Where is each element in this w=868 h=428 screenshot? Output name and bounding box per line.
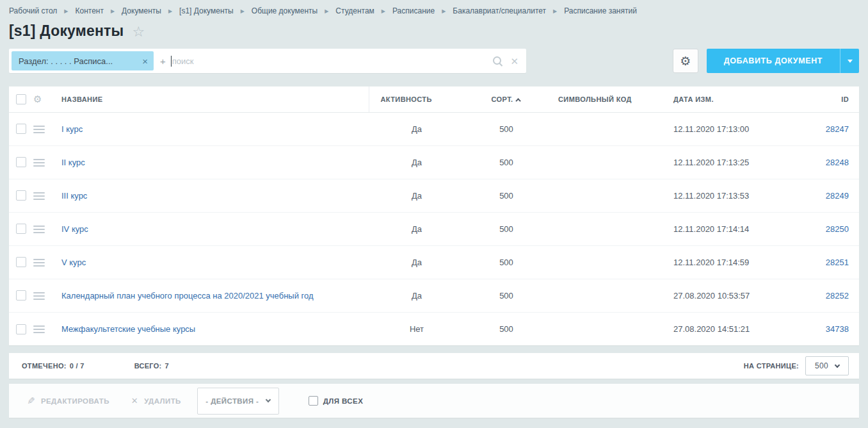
col-header-code[interactable]: СИМВОЛЬНЫЙ КОД (548, 86, 663, 112)
row-menu-icon[interactable] (33, 226, 45, 233)
row-id-link[interactable]: 28247 (826, 124, 849, 134)
row-sort-value: 500 (465, 145, 548, 179)
title-row: [s1] Документы ☆ (9, 22, 859, 40)
breadcrumb-link[interactable]: Студентам (335, 6, 374, 15)
delete-button[interactable]: ✕ УДАЛИТЬ (131, 396, 181, 406)
document-name-link[interactable]: I курс (61, 124, 83, 134)
breadcrumb-separator-icon: ▶ (553, 8, 557, 14)
filter-chip-remove-icon[interactable]: × (142, 56, 148, 66)
page-title: [s1] Документы (9, 22, 124, 40)
row-id-link[interactable]: 28249 (826, 191, 849, 201)
document-name-link[interactable]: IV курс (61, 224, 88, 234)
filter-chip[interactable]: Раздел: . . . . . Расписа... × (12, 51, 154, 70)
table-row: II курс Да 500 12.11.2020 17:13:25 28248 (9, 145, 859, 179)
documents-grid: ⚙ НАЗВАНИЕ АКТИВНОСТЬ СОРТ. СИМВОЛЬНЫЙ К… (9, 86, 859, 345)
breadcrumb-item: Расписание занятий (564, 6, 637, 15)
table-body: I курс Да 500 12.11.2020 17:13:00 28247 … (9, 112, 859, 345)
col-header-id[interactable]: ID (804, 86, 859, 112)
col-header-name[interactable]: НАЗВАНИЕ (61, 86, 369, 112)
row-menu-icon[interactable] (33, 159, 45, 167)
row-menu-icon[interactable] (33, 126, 45, 133)
row-code-value (548, 279, 663, 312)
per-page-control: НА СТРАНИЦЕ: 500 (744, 356, 849, 375)
pencil-icon: ✎ (27, 395, 35, 407)
filter-search-bar[interactable]: Раздел: . . . . . Расписа... × + ✕ (9, 49, 526, 73)
document-name-link[interactable]: III курс (61, 191, 87, 201)
breadcrumb-separator-icon: ▶ (382, 8, 385, 14)
for-all-control: ДЛЯ ВСЕХ (309, 396, 363, 406)
row-active-value: Нет (369, 312, 465, 345)
row-code-value (548, 312, 663, 345)
row-id-link[interactable]: 28252 (826, 291, 849, 300)
document-name-link[interactable]: V курс (61, 258, 86, 267)
per-page-select[interactable]: 500 (805, 356, 849, 375)
row-active-value: Да (369, 245, 465, 279)
breadcrumb-link[interactable]: Общие документы (252, 6, 317, 15)
row-sort-value: 500 (465, 112, 548, 145)
row-menu-icon[interactable] (33, 259, 45, 267)
row-id-link[interactable]: 28248 (826, 158, 849, 167)
row-active-value: Да (369, 112, 465, 145)
table-row: Межфакультетские учебные курсы Нет 500 2… (9, 312, 859, 345)
row-checkbox[interactable] (16, 157, 26, 167)
col-header-active[interactable]: АКТИВНОСТЬ (369, 86, 465, 112)
col-header-sort[interactable]: СОРТ. (465, 86, 548, 112)
row-menu-icon[interactable] (33, 192, 45, 200)
add-document-label[interactable]: ДОБАВИТЬ ДОКУМЕНТ (707, 49, 840, 73)
add-document-button[interactable]: ДОБАВИТЬ ДОКУМЕНТ (707, 49, 859, 73)
breadcrumb-item: Контент ▶ (75, 6, 122, 15)
favorite-star-icon[interactable]: ☆ (132, 25, 145, 39)
breadcrumb-separator-icon: ▶ (64, 8, 68, 14)
search-input[interactable] (172, 51, 493, 70)
add-document-dropdown[interactable] (840, 49, 859, 73)
row-code-value (548, 179, 663, 212)
actions-select[interactable]: - ДЕЙСТВИЯ - (197, 388, 279, 415)
chevron-down-icon (266, 397, 271, 402)
row-code-value (548, 245, 663, 279)
row-checkbox[interactable] (16, 290, 26, 300)
grid-settings-button[interactable]: ⚙ (673, 49, 698, 73)
breadcrumb-link[interactable]: Расписание занятий (564, 6, 637, 15)
search-icon[interactable] (492, 56, 502, 66)
row-modified-value: 12.11.2020 17:13:53 (663, 179, 804, 212)
breadcrumb-item: [s1] Документы ▶ (179, 6, 252, 15)
row-active-value: Да (369, 212, 465, 245)
breadcrumb-link[interactable]: Бакалавриат/специалитет (453, 6, 546, 15)
breadcrumb-item: Расписание ▶ (392, 6, 453, 15)
for-all-checkbox[interactable] (309, 396, 318, 406)
document-name-link[interactable]: Межфакультетские учебные курсы (61, 324, 195, 334)
row-menu-icon[interactable] (33, 292, 45, 300)
total-counter: ВСЕГО: 7 (134, 362, 169, 370)
breadcrumb-separator-icon: ▶ (442, 8, 446, 14)
columns-settings-icon[interactable]: ⚙ (33, 94, 42, 104)
breadcrumb-link[interactable]: [s1] Документы (179, 6, 234, 15)
row-checkbox[interactable] (16, 324, 26, 334)
breadcrumb-separator-icon: ▶ (168, 8, 172, 14)
breadcrumb-link[interactable]: Документы (122, 6, 161, 15)
filter-icons: ✕ (492, 56, 518, 66)
col-header-date[interactable]: ДАТА ИЗМ. (663, 86, 804, 112)
table-row: III курс Да 500 12.11.2020 17:13:53 2824… (9, 179, 859, 212)
row-menu-icon[interactable] (33, 325, 45, 333)
row-id-link[interactable]: 34738 (826, 324, 849, 334)
select-all-checkbox[interactable] (16, 94, 26, 104)
row-modified-value: 27.08.2020 10:53:57 (663, 279, 804, 312)
table-row: Календарный план учебного процесса на 20… (9, 279, 859, 312)
row-sort-value: 500 (465, 179, 548, 212)
text-cursor (171, 56, 172, 67)
row-checkbox[interactable] (16, 224, 26, 234)
row-sort-value: 500 (465, 245, 548, 279)
row-checkbox[interactable] (16, 124, 26, 134)
breadcrumb-link[interactable]: Расписание (392, 6, 435, 15)
row-id-link[interactable]: 28251 (826, 258, 849, 267)
document-name-link[interactable]: II курс (61, 158, 85, 167)
row-id-link[interactable]: 28250 (826, 224, 849, 234)
breadcrumb-link[interactable]: Рабочий стол (9, 6, 57, 15)
row-checkbox[interactable] (16, 257, 26, 267)
row-checkbox[interactable] (16, 190, 26, 201)
document-name-link[interactable]: Календарный план учебного процесса на 20… (61, 291, 314, 300)
breadcrumb-link[interactable]: Контент (75, 6, 103, 15)
clear-search-icon[interactable]: ✕ (510, 56, 518, 66)
edit-button[interactable]: ✎ РЕДАКТИРОВАТЬ (27, 395, 109, 407)
row-sort-value: 500 (465, 279, 548, 312)
